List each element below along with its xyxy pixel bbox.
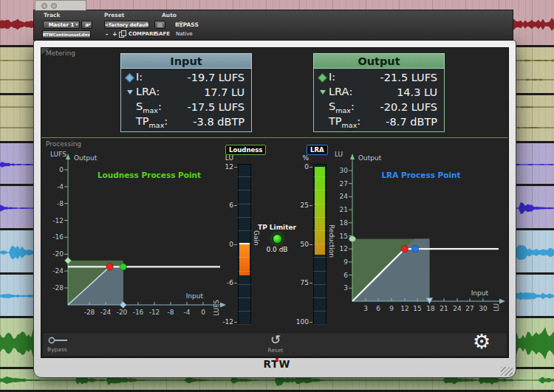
input-box-title: Input	[120, 53, 252, 69]
meter-unit-label: LU	[219, 154, 233, 162]
preset-selector[interactable]: <factory default>	[104, 21, 149, 29]
copy-preset-icon[interactable]	[119, 32, 124, 38]
svg-text:-24: -24	[100, 309, 112, 316]
bypass-label[interactable]: Bypass	[47, 346, 67, 353]
meter-row: Smax: -17.5 LUFS	[121, 100, 251, 114]
output-axis-label: Output	[74, 154, 98, 162]
automation-button[interactable]: a	[81, 21, 92, 29]
input-tpmax-value: -3.8 dBTP	[193, 116, 244, 128]
loudness-process-graph: 0 -4 -8 -12 -16 -20 -24 -28 -28 -24 -20 …	[44, 148, 233, 329]
resize-grip[interactable]	[501, 367, 513, 376]
lra-triangle-icon	[320, 90, 326, 94]
svg-text:-20: -20	[52, 250, 64, 258]
x-axis-arrow	[499, 299, 505, 304]
output-metering-box: Output I: -21.5 LUFS LRA: 14.3 LU Smax: …	[313, 53, 445, 132]
track-section-label: Track	[44, 13, 61, 18]
output-box-title: Output	[313, 53, 445, 69]
svg-text:-12: -12	[149, 309, 160, 316]
x-tick-label: -28	[84, 309, 95, 316]
svg-text:-16: -16	[133, 309, 144, 316]
lra-meter-title: LRA	[307, 145, 328, 155]
input-integrated-value: -19.7 LUFS	[188, 72, 244, 83]
integrated-diamond-icon	[125, 73, 134, 83]
svg-text:-4: -4	[184, 309, 191, 316]
svg-text:24: 24	[340, 193, 349, 200]
input-axis-label: Input	[186, 292, 204, 300]
svg-text:-20: -20	[117, 309, 128, 316]
preset-settings-icon[interactable]	[178, 21, 184, 27]
x-unit-label: LU	[493, 303, 500, 312]
svg-text:12: 12	[340, 245, 348, 252]
process-point-handle[interactable]	[401, 246, 408, 252]
svg-text:21: 21	[340, 206, 348, 213]
svg-text:15: 15	[340, 233, 348, 240]
output-integrated-value: -21.5 LUFS	[380, 72, 437, 83]
input-metering-box: Input I: -19.7 LUFS LRA: 17.7 LU Smax: -…	[120, 53, 252, 132]
lra-triangle-icon	[127, 90, 133, 94]
safe-button[interactable]: SAFE	[155, 32, 170, 37]
tp-limiter-label: TP Limiter	[255, 224, 299, 231]
svg-text:30: 30	[479, 305, 488, 312]
section-divider	[41, 137, 508, 138]
reset-label[interactable]: Reset	[264, 347, 287, 354]
svg-text:9: 9	[389, 305, 394, 312]
chevron-down-icon	[145, 24, 148, 26]
svg-text:-8: -8	[168, 309, 174, 316]
preset-plus-button[interactable]: +	[112, 32, 117, 38]
meter-row: TPmax: -3.8 dBTP	[121, 114, 251, 129]
reset-icon[interactable]: ↺	[264, 332, 287, 347]
compare-button[interactable]: COMPARE	[129, 32, 157, 37]
tp-limiter-led-icon	[272, 233, 283, 244]
svg-text:-8: -8	[57, 200, 64, 207]
gain-meter-zero-cap	[239, 243, 250, 244]
svg-text:6: 6	[343, 272, 348, 279]
graph-title: LRA Process Point	[381, 171, 460, 179]
svg-text:-4: -4	[57, 183, 64, 190]
y-unit-label: LU	[335, 151, 343, 158]
y-tick-label: 0	[59, 166, 64, 173]
x-unit-label: LUFS	[213, 300, 220, 316]
meter-row: TPmax: -8.7 dBTP	[314, 114, 444, 129]
meter-unit-label: %	[294, 154, 309, 162]
svg-text:-16: -16	[52, 233, 64, 241]
output-lra-marker[interactable]	[349, 236, 356, 242]
window-button[interactable]	[51, 3, 57, 9]
x-tick-label: 3	[363, 305, 368, 312]
output-point-handle[interactable]	[411, 246, 418, 252]
preset-minus-button[interactable]: -	[106, 32, 108, 38]
plugin-header: Track Master 1 a RTWContinuousLdnsCntrl …	[33, 10, 513, 41]
window-button[interactable]	[41, 3, 47, 9]
auto-enable-button[interactable]	[154, 21, 165, 29]
svg-text:27: 27	[465, 305, 473, 312]
auto-section-label: Auto	[162, 13, 177, 18]
svg-text:18: 18	[426, 305, 435, 312]
brand-logo: RTW	[255, 358, 299, 370]
meter-row: LRA: 14.3 LU	[314, 85, 444, 100]
svg-text:6: 6	[376, 305, 380, 312]
chevron-down-icon	[75, 24, 78, 26]
format-label: Native	[176, 32, 193, 37]
track-selector[interactable]: Master 1	[43, 21, 80, 29]
x-axis-arrow	[220, 303, 226, 308]
reduction-meter-label: Reduction	[328, 224, 335, 258]
integrated-diamond-icon	[318, 73, 327, 83]
svg-text:15: 15	[413, 305, 421, 312]
meter-row: LRA: 17.7 LU	[121, 85, 251, 100]
chevron-down-icon	[88, 24, 91, 26]
output-axis-label: Output	[358, 154, 382, 162]
output-point-handle[interactable]	[120, 264, 126, 270]
gear-icon[interactable]: ⚙	[473, 330, 490, 354]
svg-text:27: 27	[340, 180, 348, 188]
loudness-meter-title: Loudness	[225, 145, 266, 155]
y-axis-arrow	[350, 154, 355, 159]
process-point-handle[interactable]	[106, 264, 113, 270]
svg-text:-28: -28	[52, 284, 64, 292]
bypass-toggle-icon[interactable]	[47, 336, 69, 345]
graph-title: Loudness Process Point	[98, 171, 201, 179]
plugin-selector[interactable]: RTWContinuousLdnsCntrl	[42, 30, 91, 38]
tp-limiter: TP Limiter 0.0 dB	[255, 224, 299, 253]
meter-row: Smax: -20.2 LUFS	[314, 100, 444, 114]
svg-text:24: 24	[453, 305, 462, 312]
svg-text:9: 9	[343, 258, 348, 266]
y-axis-arrow	[66, 154, 70, 159]
